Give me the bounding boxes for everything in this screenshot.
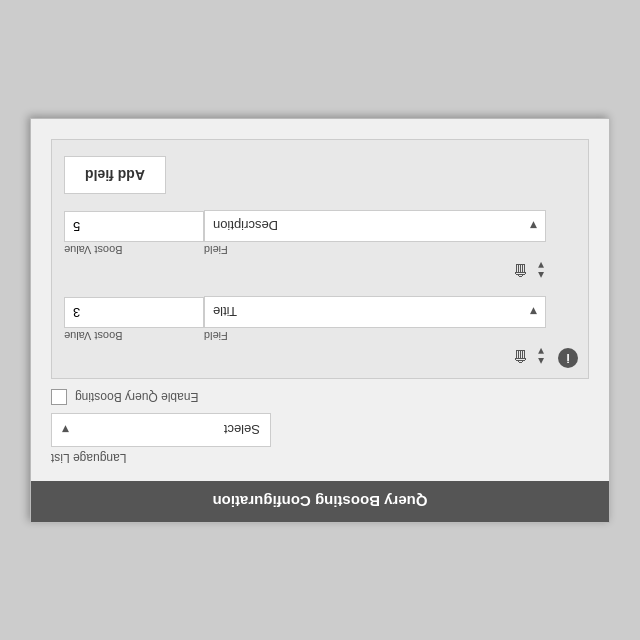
field-dropdown-2-chevron: ▾ [530, 218, 537, 234]
boost-col-2: Boost Value [64, 210, 204, 256]
field-col-1-label: Field [204, 330, 546, 342]
field-col-2: Field ▾ Description [204, 210, 546, 256]
field-row-1-controls: ▲ ▼ 🗑 [64, 346, 546, 366]
dialog-body: Language List Select ▾ Enable Query Boos… [31, 119, 609, 481]
delete-field-2-button[interactable]: 🗑 [512, 261, 528, 279]
field-col-1: Field ▾ Title [204, 296, 546, 342]
field-dropdown-1-value: Title [213, 304, 237, 319]
language-label: Language List [51, 451, 126, 465]
field-row-2: ▲ ▼ 🗑 Field ▾ Description Boost Value [64, 210, 576, 280]
sort-icon-1[interactable]: ▲ ▼ [536, 346, 546, 366]
language-section: Language List Select ▾ [51, 413, 589, 465]
field-dropdown-2-value: Description [213, 218, 278, 233]
boost-col-1-label: Boost Value [64, 330, 204, 342]
dialog-title-text: Query Boosting Configuration [213, 493, 428, 510]
field-col-2-label: Field [204, 244, 546, 256]
chevron-down-icon: ▾ [62, 422, 69, 438]
add-field-button[interactable]: Add field [64, 156, 166, 194]
boost-col-1: Boost Value [64, 296, 204, 342]
boost-input-1[interactable] [64, 297, 204, 328]
language-select[interactable]: Select ▾ [51, 413, 271, 447]
field-row-1-inputs: Field ▾ Title Boost Value [64, 296, 546, 342]
dialog-title: Query Boosting Configuration [31, 481, 609, 522]
delete-field-1-button[interactable]: 🗑 [512, 347, 528, 365]
field-row-2-inputs: Field ▾ Description Boost Value [64, 210, 546, 256]
info-icon: i [558, 348, 578, 368]
enable-query-boosting-row: Enable Query Boosting [51, 389, 589, 405]
enable-query-boosting-checkbox[interactable] [51, 389, 67, 405]
fields-section: i ▲ ▼ 🗑 Field ▾ Title [51, 139, 589, 379]
language-select-value: Select [224, 422, 260, 437]
enable-query-boosting-label: Enable Query Boosting [75, 390, 198, 404]
sort-icon-2[interactable]: ▲ ▼ [536, 260, 546, 280]
field-dropdown-1[interactable]: ▾ Title [204, 296, 546, 328]
field-row: ▲ ▼ 🗑 Field ▾ Title Boost Value [64, 296, 576, 366]
add-field-row: Add field [64, 156, 576, 194]
boost-input-2[interactable] [64, 211, 204, 242]
query-boosting-dialog: Query Boosting Configuration Language Li… [30, 118, 610, 523]
boost-col-2-label: Boost Value [64, 244, 204, 256]
field-row-2-controls: ▲ ▼ 🗑 [64, 260, 546, 280]
field-dropdown-1-chevron: ▾ [530, 304, 537, 320]
field-dropdown-2[interactable]: ▾ Description [204, 210, 546, 242]
